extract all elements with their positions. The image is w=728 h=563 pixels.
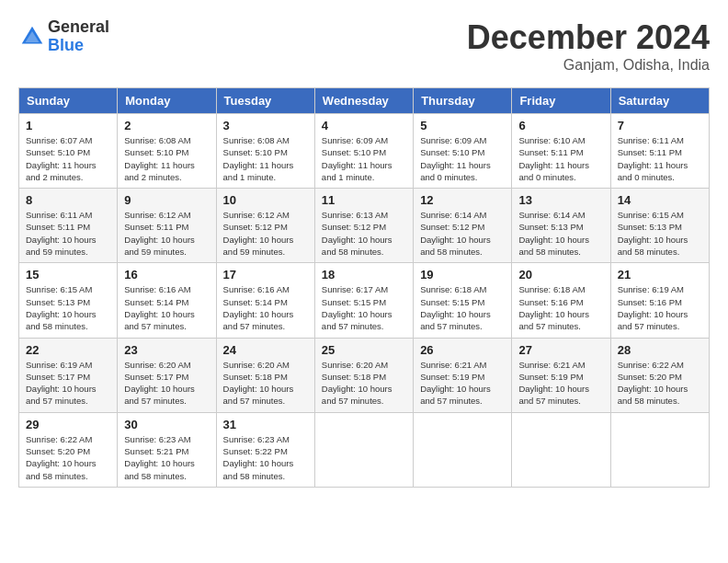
logo-blue-text: Blue <box>48 37 109 55</box>
calendar-cell: 26Sunrise: 6:21 AMSunset: 5:19 PMDayligh… <box>414 338 512 412</box>
day-info: Sunrise: 6:20 AMSunset: 5:18 PMDaylight:… <box>322 359 406 408</box>
day-info: Sunrise: 6:11 AMSunset: 5:11 PMDaylight:… <box>618 134 702 183</box>
column-header-tuesday: Tuesday <box>216 88 314 114</box>
calendar-cell: 20Sunrise: 6:18 AMSunset: 5:16 PMDayligh… <box>512 263 610 338</box>
day-info: Sunrise: 6:18 AMSunset: 5:15 PMDaylight:… <box>420 283 505 332</box>
calendar-cell: 9Sunrise: 6:12 AMSunset: 5:11 PMDaylight… <box>118 189 216 263</box>
day-info: Sunrise: 6:21 AMSunset: 5:19 PMDaylight:… <box>518 359 603 408</box>
day-info: Sunrise: 6:10 AMSunset: 5:11 PMDaylight:… <box>518 134 603 183</box>
calendar-cell: 2Sunrise: 6:08 AMSunset: 5:10 PMDaylight… <box>118 114 216 189</box>
day-number: 11 <box>322 193 406 207</box>
calendar-cell: 8Sunrise: 6:11 AMSunset: 5:11 PMDaylight… <box>19 189 118 263</box>
day-info: Sunrise: 6:15 AMSunset: 5:13 PMDaylight:… <box>618 209 702 258</box>
calendar-cell: 25Sunrise: 6:20 AMSunset: 5:18 PMDayligh… <box>314 338 413 412</box>
calendar-header-row: SundayMondayTuesdayWednesdayThursdayFrid… <box>19 88 710 114</box>
calendar-cell: 10Sunrise: 6:12 AMSunset: 5:12 PMDayligh… <box>216 189 314 263</box>
day-number: 19 <box>420 268 505 282</box>
calendar-cell: 29Sunrise: 6:22 AMSunset: 5:20 PMDayligh… <box>19 412 118 487</box>
day-info: Sunrise: 6:09 AMSunset: 5:10 PMDaylight:… <box>420 134 505 183</box>
day-number: 30 <box>124 418 209 431</box>
day-number: 7 <box>618 119 702 132</box>
day-number: 26 <box>420 343 505 357</box>
calendar-cell: 12Sunrise: 6:14 AMSunset: 5:12 PMDayligh… <box>414 189 512 263</box>
calendar-week-row: 22Sunrise: 6:19 AMSunset: 5:17 PMDayligh… <box>19 338 710 412</box>
day-number: 16 <box>124 268 209 282</box>
calendar-cell: 21Sunrise: 6:19 AMSunset: 5:16 PMDayligh… <box>610 263 709 338</box>
day-number: 6 <box>518 119 603 132</box>
calendar-week-row: 15Sunrise: 6:15 AMSunset: 5:13 PMDayligh… <box>19 263 710 338</box>
day-info: Sunrise: 6:12 AMSunset: 5:11 PMDaylight:… <box>124 209 209 258</box>
column-header-thursday: Thursday <box>414 88 512 114</box>
day-info: Sunrise: 6:18 AMSunset: 5:16 PMDaylight:… <box>518 283 603 332</box>
calendar-cell: 4Sunrise: 6:09 AMSunset: 5:10 PMDaylight… <box>314 114 413 189</box>
day-info: Sunrise: 6:08 AMSunset: 5:10 PMDaylight:… <box>124 134 209 183</box>
column-header-saturday: Saturday <box>610 88 709 114</box>
calendar-cell: 30Sunrise: 6:23 AMSunset: 5:21 PMDayligh… <box>118 412 216 487</box>
calendar-cell <box>512 412 610 487</box>
calendar-week-row: 1Sunrise: 6:07 AMSunset: 5:10 PMDaylight… <box>19 114 710 189</box>
calendar-cell: 28Sunrise: 6:22 AMSunset: 5:20 PMDayligh… <box>610 338 709 412</box>
calendar-cell: 6Sunrise: 6:10 AMSunset: 5:11 PMDaylight… <box>512 114 610 189</box>
day-number: 13 <box>518 193 603 207</box>
day-info: Sunrise: 6:07 AMSunset: 5:10 PMDaylight:… <box>26 134 110 183</box>
calendar-cell: 11Sunrise: 6:13 AMSunset: 5:12 PMDayligh… <box>314 189 413 263</box>
day-number: 27 <box>518 343 603 357</box>
day-number: 5 <box>420 119 505 132</box>
calendar-week-row: 29Sunrise: 6:22 AMSunset: 5:20 PMDayligh… <box>19 412 710 487</box>
calendar-cell: 3Sunrise: 6:08 AMSunset: 5:10 PMDaylight… <box>216 114 314 189</box>
calendar-cell: 1Sunrise: 6:07 AMSunset: 5:10 PMDaylight… <box>19 114 118 189</box>
column-header-monday: Monday <box>118 88 216 114</box>
calendar-cell: 13Sunrise: 6:14 AMSunset: 5:13 PMDayligh… <box>512 189 610 263</box>
day-info: Sunrise: 6:20 AMSunset: 5:17 PMDaylight:… <box>124 359 209 408</box>
calendar-table: SundayMondayTuesdayWednesdayThursdayFrid… <box>18 87 710 488</box>
calendar-cell: 7Sunrise: 6:11 AMSunset: 5:11 PMDaylight… <box>610 114 709 189</box>
day-info: Sunrise: 6:21 AMSunset: 5:19 PMDaylight:… <box>420 359 505 408</box>
calendar-cell <box>314 412 413 487</box>
day-info: Sunrise: 6:23 AMSunset: 5:21 PMDaylight:… <box>124 433 209 482</box>
day-number: 24 <box>223 343 308 357</box>
calendar-cell: 18Sunrise: 6:17 AMSunset: 5:15 PMDayligh… <box>314 263 413 338</box>
day-number: 14 <box>618 193 702 207</box>
day-number: 29 <box>26 418 110 431</box>
page-header: General Blue December 2024 Ganjam, Odish… <box>18 18 710 74</box>
day-info: Sunrise: 6:14 AMSunset: 5:13 PMDaylight:… <box>518 209 603 258</box>
day-number: 4 <box>322 119 406 132</box>
title-block: December 2024 Ganjam, Odisha, India <box>467 18 710 74</box>
calendar-cell: 15Sunrise: 6:15 AMSunset: 5:13 PMDayligh… <box>19 263 118 338</box>
calendar-cell: 22Sunrise: 6:19 AMSunset: 5:17 PMDayligh… <box>19 338 118 412</box>
calendar-week-row: 8Sunrise: 6:11 AMSunset: 5:11 PMDaylight… <box>19 189 710 263</box>
day-number: 23 <box>124 343 209 357</box>
day-info: Sunrise: 6:12 AMSunset: 5:12 PMDaylight:… <box>223 209 308 258</box>
logo-icon <box>18 23 46 51</box>
calendar-cell <box>610 412 709 487</box>
logo-text: General Blue <box>48 18 109 55</box>
calendar-cell: 16Sunrise: 6:16 AMSunset: 5:14 PMDayligh… <box>118 263 216 338</box>
day-number: 1 <box>26 119 110 132</box>
day-number: 8 <box>26 193 110 207</box>
day-number: 25 <box>322 343 406 357</box>
day-number: 31 <box>223 418 308 431</box>
month-title: December 2024 <box>467 18 710 57</box>
column-header-friday: Friday <box>512 88 610 114</box>
day-number: 10 <box>223 193 308 207</box>
day-info: Sunrise: 6:08 AMSunset: 5:10 PMDaylight:… <box>223 134 308 183</box>
day-info: Sunrise: 6:15 AMSunset: 5:13 PMDaylight:… <box>26 283 110 332</box>
calendar-cell: 19Sunrise: 6:18 AMSunset: 5:15 PMDayligh… <box>414 263 512 338</box>
calendar-cell: 5Sunrise: 6:09 AMSunset: 5:10 PMDaylight… <box>414 114 512 189</box>
day-info: Sunrise: 6:22 AMSunset: 5:20 PMDaylight:… <box>618 359 702 408</box>
day-number: 15 <box>26 268 110 282</box>
day-info: Sunrise: 6:17 AMSunset: 5:15 PMDaylight:… <box>322 283 406 332</box>
day-info: Sunrise: 6:13 AMSunset: 5:12 PMDaylight:… <box>322 209 406 258</box>
day-info: Sunrise: 6:19 AMSunset: 5:17 PMDaylight:… <box>26 359 110 408</box>
day-info: Sunrise: 6:20 AMSunset: 5:18 PMDaylight:… <box>223 359 308 408</box>
day-number: 22 <box>26 343 110 357</box>
day-info: Sunrise: 6:14 AMSunset: 5:12 PMDaylight:… <box>420 209 505 258</box>
day-info: Sunrise: 6:22 AMSunset: 5:20 PMDaylight:… <box>26 433 110 482</box>
day-number: 12 <box>420 193 505 207</box>
column-header-sunday: Sunday <box>19 88 118 114</box>
day-info: Sunrise: 6:16 AMSunset: 5:14 PMDaylight:… <box>124 283 209 332</box>
calendar-cell: 24Sunrise: 6:20 AMSunset: 5:18 PMDayligh… <box>216 338 314 412</box>
day-number: 2 <box>124 119 209 132</box>
day-number: 18 <box>322 268 406 282</box>
day-number: 28 <box>618 343 702 357</box>
